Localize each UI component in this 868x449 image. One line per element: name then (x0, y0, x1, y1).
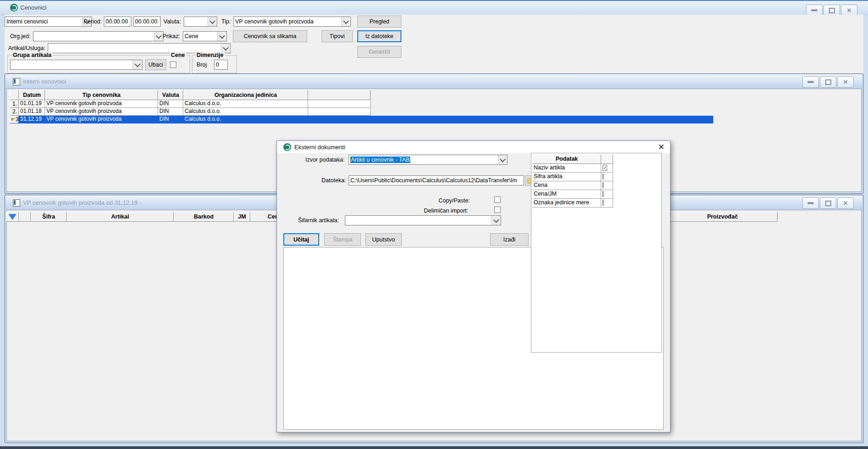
cene-checkbox[interactable] (170, 62, 176, 68)
copy-paste-label: Copy/Paste: (439, 197, 470, 204)
grid-corner-cell (10, 90, 19, 100)
valuta-select[interactable] (184, 17, 217, 27)
tip-select[interactable]: VP cenovnik gotovih proizvoda (233, 17, 351, 27)
cenovnik-sa-slikama-button[interactable]: Cenovnik sa slikama (233, 30, 307, 42)
chevron-down-icon[interactable] (133, 60, 142, 69)
minimize-icon (807, 202, 814, 204)
delimican-import-checkbox[interactable] (494, 207, 501, 213)
mdi-window-icon (13, 78, 20, 85)
period-label: Period: (84, 18, 102, 25)
podatak-checkbox[interactable] (603, 200, 603, 206)
podatak-checkbox[interactable] (603, 174, 603, 180)
column-header-jm[interactable]: JM (234, 212, 250, 222)
ubaci-button[interactable]: Ubaci (145, 59, 166, 70)
chevron-down-icon[interactable] (208, 17, 217, 26)
podatak-label: Cena (532, 181, 601, 190)
chevron-down-icon[interactable] (217, 32, 226, 41)
column-header-proizvodjac[interactable]: Proizvođač (667, 212, 778, 222)
stampa-button: Štampa (324, 233, 361, 246)
sifarnik-artikala-select[interactable] (345, 215, 501, 225)
calculus-logo-icon (283, 143, 291, 151)
podatak-checkbox[interactable] (603, 182, 603, 188)
row-number-cell: 2. (10, 108, 19, 116)
column-header-tip-cenovnika[interactable]: Tip cenovnika (45, 90, 158, 100)
orgjed-select[interactable] (33, 31, 163, 41)
restore-icon (829, 8, 835, 13)
close-icon: × (843, 200, 847, 207)
datoteka-input[interactable] (349, 175, 524, 185)
window-titlebar (0, 1, 868, 15)
toolbar: Interni cenovnici Period: Valuta: Tip: V… (5, 15, 863, 73)
datum-cell[interactable]: 01.01.18 (19, 108, 45, 116)
panel-restore-button[interactable] (820, 76, 836, 88)
podatak-header[interactable]: Podatak (532, 154, 601, 164)
panel-minimize-button[interactable] (802, 76, 819, 88)
panel-minimize-button[interactable] (802, 197, 819, 209)
blank-header-cell (19, 212, 31, 222)
column-header-blank (308, 90, 371, 100)
column-header-valuta[interactable]: Valuta (158, 90, 183, 100)
blank-cell[interactable] (308, 100, 371, 108)
column-header-datum[interactable]: Datum (19, 90, 45, 100)
valuta-cell[interactable]: DIN (158, 116, 183, 123)
dialog-close-icon[interactable]: ✕ (658, 142, 665, 152)
podatak-checkbox[interactable] (603, 191, 603, 197)
interni-cenovnici-panel-titlebar: Interni cenovnici × (6, 74, 862, 89)
row-number-cell: 1. (10, 100, 19, 108)
tipovi-button[interactable]: Tipovi (321, 30, 353, 42)
chevron-down-icon[interactable] (154, 32, 163, 41)
interni-cenovnici-panel-title: Interni cenovnici (23, 78, 66, 85)
blank-cell[interactable] (308, 116, 371, 123)
period-to-input[interactable] (133, 17, 161, 27)
ucitaj-button[interactable]: Učitaj (283, 233, 319, 246)
org-cell[interactable]: Calculus d.o.o. (183, 116, 308, 123)
dialog-title: Eksterni dokumenti (294, 144, 345, 151)
panel-close-button[interactable]: × (837, 197, 854, 209)
period-from-input[interactable] (104, 17, 131, 27)
tip-cell[interactable]: VP cenovnik gotovih proizvoda (45, 116, 158, 123)
valuta-cell[interactable]: DIN (158, 100, 183, 108)
tip-cell[interactable]: VP cenovnik gotovih proizvoda (45, 108, 158, 116)
column-header-barkod[interactable]: Barkod (174, 212, 234, 222)
uputstvo-button[interactable]: Uputstvo (365, 233, 402, 246)
restore-icon (825, 79, 831, 85)
valuta-label: Valuta: (163, 18, 181, 25)
broj-input[interactable] (214, 60, 228, 70)
podatak-label: Sifra artikla (532, 173, 601, 181)
izvor-podataka-select[interactable]: Artikli u cenovnik - TAB (349, 155, 507, 165)
podatak-list: Podatak Naziv artikla ✓ Sifra artikla Ce… (532, 154, 613, 208)
chevron-down-icon[interactable] (491, 216, 501, 225)
tip-cell[interactable]: VP cenovnik gotovih proizvoda (45, 100, 158, 108)
prikaz-select[interactable]: Cene (183, 31, 227, 41)
org-cell[interactable]: Calculus d.o.o. (183, 108, 308, 116)
datum-cell[interactable]: 01.01.19 (19, 100, 45, 108)
chevron-down-icon[interactable] (498, 155, 507, 164)
selected-text: Artikli u cenovnik - TAB (350, 157, 410, 163)
filter-header-cell[interactable] (6, 212, 19, 222)
blank-cell[interactable] (308, 108, 371, 116)
tip-label: Tip: (221, 18, 231, 25)
org-cell[interactable]: Calculus d.o.o. (183, 100, 308, 108)
filter-funnel-icon[interactable] (9, 214, 16, 219)
datum-cell[interactable]: 31.12.19 (19, 116, 45, 123)
generisi-button: Generiši (357, 46, 401, 58)
copy-paste-checkbox[interactable] (494, 196, 501, 203)
panel-restore-button[interactable] (820, 197, 836, 209)
podatak-header-blank (601, 154, 613, 164)
iz-datoteke-button[interactable]: Iz datoteke (357, 30, 401, 42)
column-header-sifra[interactable]: Šifra (31, 212, 67, 222)
eksterni-dokumenti-dialog: Eksterni dokumenti ✕ Izvor podataka: Art… (276, 140, 671, 432)
grupa-artikala-select[interactable] (10, 60, 142, 70)
panel-close-button[interactable]: × (837, 76, 854, 88)
valuta-cell[interactable]: DIN (158, 108, 183, 116)
pregled-button[interactable]: Pregled (357, 16, 401, 28)
column-header-org-jedinica[interactable]: Organizaciona jedinica (183, 90, 308, 100)
chevron-down-icon[interactable] (221, 44, 230, 53)
view-select[interactable]: Interni cenovnici (5, 17, 92, 27)
izadi-button[interactable]: Izađi (490, 233, 529, 246)
app-window: Cenovnici × Interni cenovnici Period: Va… (0, 0, 868, 449)
podatak-checkbox[interactable]: ✓ (603, 165, 607, 171)
vp-cenovnik-panel-title: VP cenovnik gotovih proizvoda od 31.12.1… (23, 199, 141, 206)
column-header-artikal[interactable]: Artikal (67, 212, 174, 222)
chevron-down-icon[interactable] (341, 17, 350, 26)
